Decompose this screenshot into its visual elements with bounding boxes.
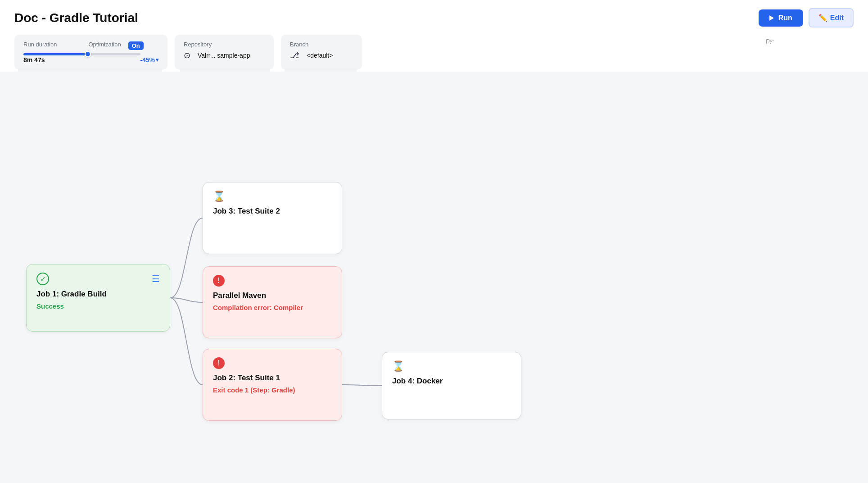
cursor-icon: ☞ <box>765 36 774 48</box>
job-node-job4[interactable]: ⌛Job 4: Docker <box>382 352 521 419</box>
repository-value: Valrr... sample-app <box>198 52 250 59</box>
edit-label: Edit <box>830 14 844 22</box>
header-meta: Run duration Optimization On 8m 47s -45%… <box>14 35 854 70</box>
run-duration-value: 8m 47s <box>23 56 45 64</box>
job-title: Job 2: Test Suite 1 <box>213 374 332 383</box>
page-title: Doc - Gradle Tutorial <box>14 11 138 25</box>
job-node-job2[interactable]: !Job 2: Test Suite 1Exit code 1 (Step: G… <box>203 349 342 421</box>
header-top: Doc - Gradle Tutorial Run ✏️ Edit ☞ <box>14 8 854 27</box>
slider-container[interactable] <box>23 53 158 55</box>
job-status-icon: ! <box>213 275 225 287</box>
job-node-header: ⌛ <box>392 360 511 372</box>
job-status: Success <box>36 302 160 310</box>
job-status-icon: ! <box>213 357 225 369</box>
run-duration-header: Run duration Optimization On <box>23 41 158 50</box>
connector-job1-job3 <box>170 218 203 298</box>
layers-icon: ☰ <box>152 273 160 284</box>
job-status-icon: ⌛ <box>213 191 225 202</box>
job-node-header: ! <box>213 357 332 369</box>
job-node-job-parallel[interactable]: !Parallel MavenCompilation error: Compil… <box>203 266 342 338</box>
connector-job1-job2 <box>170 298 203 385</box>
run-icon <box>769 15 774 21</box>
job-node-header: ✓☰ <box>36 273 160 285</box>
repository-label: Repository <box>184 41 265 48</box>
branch-value: <default> <box>307 52 333 59</box>
github-icon: ⊙ <box>184 50 190 60</box>
branch-label: Branch <box>290 41 353 48</box>
slider-track <box>23 53 140 55</box>
connector-job2-job4 <box>342 385 382 386</box>
job-title: Job 3: Test Suite 2 <box>213 207 332 216</box>
run-button[interactable]: Run <box>759 9 803 27</box>
job-status: Exit code 1 (Step: Gradle) <box>213 386 332 394</box>
repository-row: ⊙ Valrr... sample-app <box>184 50 265 60</box>
connector-job1-job-parallel <box>170 298 203 302</box>
job-node-job1[interactable]: ✓☰Job 1: Gradle BuildSuccess <box>26 264 170 332</box>
run-label: Run <box>778 14 792 22</box>
branch-row: ⎇ <default> <box>290 50 353 60</box>
meta-duration-bottom: 8m 47s -45% ▾ <box>23 56 158 64</box>
job-status: Compilation error: Compiler <box>213 304 332 311</box>
edit-button[interactable]: ✏️ Edit <box>809 8 854 27</box>
job-node-header: ⌛ <box>213 191 332 202</box>
slider-fill <box>23 53 88 55</box>
job-node-job3[interactable]: ⌛Job 3: Test Suite 2 <box>203 182 342 254</box>
header: Doc - Gradle Tutorial Run ✏️ Edit ☞ Run … <box>0 0 868 70</box>
header-buttons: Run ✏️ Edit ☞ <box>759 8 854 27</box>
savings-value: -45% ▾ <box>140 56 158 64</box>
run-duration-card: Run duration Optimization On 8m 47s -45%… <box>14 35 167 70</box>
job-title: Job 1: Gradle Build <box>36 290 160 299</box>
pipeline-canvas: ✓☰Job 1: Gradle BuildSuccess⌛Job 3: Test… <box>0 70 868 440</box>
branch-icon: ⎇ <box>290 50 299 60</box>
job-title: Job 4: Docker <box>392 377 511 386</box>
job-status-icon: ✓ <box>36 273 49 285</box>
job-title: Parallel Maven <box>213 291 332 300</box>
chevron-down-icon: ▾ <box>156 57 158 63</box>
job-status-icon: ⌛ <box>392 360 404 372</box>
repository-card: Repository ⊙ Valrr... sample-app <box>175 35 274 70</box>
optimization-badge: On <box>128 41 144 50</box>
pencil-icon: ✏️ <box>818 14 827 22</box>
run-duration-label: Run duration <box>23 41 57 48</box>
optimization-label: Optimization <box>88 41 121 48</box>
savings-text: -45% <box>140 56 155 64</box>
slider-thumb <box>85 51 91 57</box>
job-node-header: ! <box>213 275 332 287</box>
branch-card: Branch ⎇ <default> <box>281 35 362 70</box>
